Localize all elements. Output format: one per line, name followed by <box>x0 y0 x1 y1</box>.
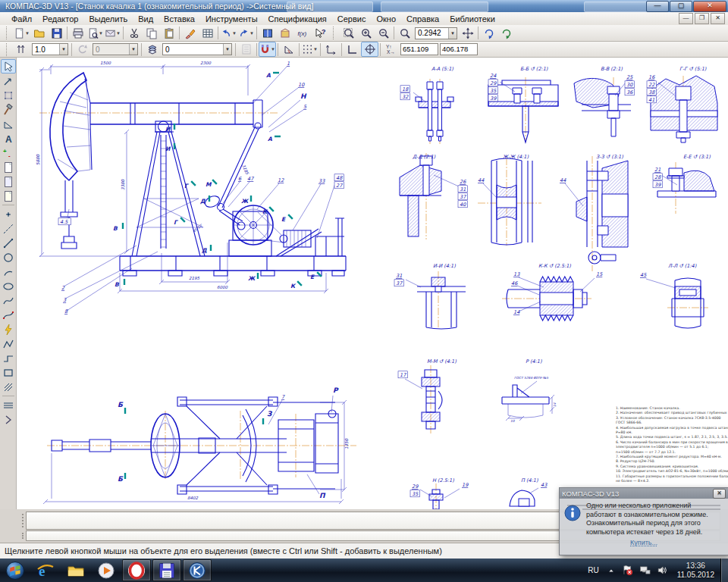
taskbar-floppy-document-button[interactable] <box>152 559 181 581</box>
popup-title-bar[interactable]: КОМПАС-3D V13 ✕ <box>560 488 728 499</box>
variables-button[interactable]: f(x) <box>293 26 311 41</box>
action-center-icon[interactable] <box>621 564 634 577</box>
print-preview-button[interactable]: ▼ <box>86 26 104 41</box>
clock[interactable]: 13:36 11.05.2012 <box>671 562 720 580</box>
verify-tool-button[interactable]: +- <box>1 146 16 160</box>
drawing-canvas[interactable]: А-А (5:1)Б-Б ↺ (2:1)В-В (2:1)Г-Г ↺ (5:1)… <box>17 58 728 509</box>
maximize-button[interactable]: ▢ <box>670 1 692 12</box>
zoom-scale-button[interactable] <box>396 26 413 41</box>
refresh-image-button[interactable] <box>480 26 497 41</box>
ortho-button[interactable] <box>344 42 361 57</box>
copy-button[interactable] <box>143 26 160 41</box>
new-document-button[interactable]: ▼ <box>13 26 30 41</box>
zoom-in-button[interactable] <box>357 26 375 41</box>
rebuild-button[interactable] <box>497 26 515 41</box>
y-coordinate-field[interactable]: 406.178 <box>440 43 478 55</box>
angle-tool-button[interactable] <box>1 117 16 131</box>
menu-item-Спецификация[interactable]: Спецификация <box>263 14 332 24</box>
menu-item-Файл[interactable]: Файл <box>6 14 37 24</box>
save-button[interactable] <box>48 26 65 41</box>
spreadsheet-button[interactable] <box>199 26 216 41</box>
x-coordinate-field[interactable]: 651.109 <box>400 43 438 55</box>
polyline-tool-button[interactable] <box>1 351 16 365</box>
taskbar-media-player-button[interactable] <box>92 559 121 581</box>
print-button[interactable] <box>69 26 86 41</box>
menu-item-Инструменты[interactable]: Инструменты <box>200 14 263 24</box>
taskbar-opera-button[interactable] <box>122 559 151 581</box>
snap-magnet-button[interactable]: ▼ <box>259 42 276 57</box>
zoom-scale-value-combo[interactable]: 0.2942▼ <box>415 27 457 39</box>
circle-tool-button[interactable] <box>1 250 16 264</box>
ellipse-tool-button[interactable] <box>1 279 16 293</box>
toolbar-grip[interactable] <box>6 27 10 39</box>
network-icon[interactable] <box>639 564 651 577</box>
grid-button[interactable]: ▼ <box>301 42 318 57</box>
layers-icon-button[interactable] <box>143 42 161 57</box>
library-manager-button[interactable] <box>259 26 276 41</box>
hidden-icons-arrow[interactable] <box>606 565 617 576</box>
taskbar-explorer-button[interactable] <box>61 559 90 581</box>
angle-snap-button[interactable] <box>280 42 297 57</box>
bezier-tool-button[interactable] <box>1 308 16 322</box>
arc-tool-button[interactable] <box>1 264 16 279</box>
segment-tool-button[interactable] <box>1 236 16 250</box>
paste-button[interactable] <box>160 26 177 41</box>
hatch-tool-button[interactable] <box>1 380 16 394</box>
show-desktop-button[interactable] <box>720 559 728 582</box>
menu-item-Справка[interactable]: Справка <box>401 14 444 24</box>
send-button[interactable]: ▼ <box>104 26 121 41</box>
multiline-tool-button[interactable] <box>1 398 16 412</box>
child-restore-button[interactable]: ❐ <box>695 13 709 24</box>
rect-tool-button[interactable] <box>1 365 16 380</box>
local-cs-button[interactable] <box>322 42 340 57</box>
child-minimize-button[interactable]: — <box>679 13 693 24</box>
rotate_angle-combo[interactable]: 0▼ <box>93 43 138 55</box>
edit-tool-button[interactable] <box>1 74 16 88</box>
menu-item-Вид[interactable]: Вид <box>133 14 158 24</box>
layer-combo[interactable]: 0▼ <box>162 43 232 55</box>
minimize-button[interactable]: — <box>646 1 669 12</box>
toolbar-grip[interactable] <box>333 27 337 39</box>
measure-tool-button[interactable] <box>1 102 16 117</box>
menu-item-Сервис[interactable]: Сервис <box>332 14 372 24</box>
language-indicator[interactable]: RU <box>583 566 603 574</box>
doc-params-button[interactable] <box>237 42 255 57</box>
taskbar-start-button[interactable] <box>1 559 30 581</box>
menu-item-Выделить[interactable]: Выделить <box>83 14 133 24</box>
pan-button[interactable] <box>459 26 476 41</box>
sheet3-tool-button[interactable] <box>1 189 16 203</box>
sheet2-tool-button[interactable] <box>1 174 16 189</box>
redo-button[interactable]: ▼ <box>237 26 255 41</box>
zoom-area-button[interactable] <box>340 26 357 41</box>
rotate-icon-button[interactable] <box>74 42 91 57</box>
text-tool-button[interactable]: A <box>1 131 16 146</box>
aux-line-tool-button[interactable] <box>1 221 16 236</box>
yx-icon-button[interactable]: Y↑X→ <box>382 42 400 57</box>
context-help-button[interactable]: ? <box>311 26 328 41</box>
volume-icon[interactable] <box>656 564 669 577</box>
menu-item-Редактор[interactable]: Редактор <box>37 14 83 24</box>
zoom-out-button[interactable] <box>375 26 392 41</box>
copy-properties-button[interactable] <box>181 26 199 41</box>
cut-button[interactable] <box>125 26 143 41</box>
undo-button[interactable]: ▼ <box>220 26 237 41</box>
parametrize-tool-button[interactable] <box>1 88 16 102</box>
toolbar-grip[interactable] <box>6 43 10 56</box>
menu-item-Вставка[interactable]: Вставка <box>158 14 200 24</box>
title-bar[interactable]: КОМПАС-3D V13 - [Станок качалка 1 (ознак… <box>0 0 728 12</box>
contour-tool-button[interactable] <box>1 336 16 351</box>
buy-link[interactable]: Купить... <box>560 539 728 546</box>
popup-close-icon[interactable]: ✕ <box>713 489 726 499</box>
templates-button[interactable] <box>276 26 293 41</box>
taskbar-internet-explorer-button[interactable]: e <box>31 559 60 581</box>
current-step-icon-button[interactable] <box>13 42 30 57</box>
point-tool-button[interactable] <box>1 207 16 221</box>
sheet-tool-button[interactable] <box>1 160 16 174</box>
taskbar-kompas-button[interactable] <box>183 559 212 581</box>
menu-item-Библиотеки[interactable]: Библиотеки <box>444 14 500 24</box>
menu-item-Окно[interactable]: Окно <box>371 14 401 24</box>
close-button[interactable]: ✕ <box>693 1 726 12</box>
child-close-button[interactable]: ✕ <box>711 13 725 24</box>
trial-notification-popup[interactable]: КОМПАС-3D V13 ✕ Одно или несколько прило… <box>559 487 728 555</box>
select-tool-button[interactable] <box>1 59 16 74</box>
